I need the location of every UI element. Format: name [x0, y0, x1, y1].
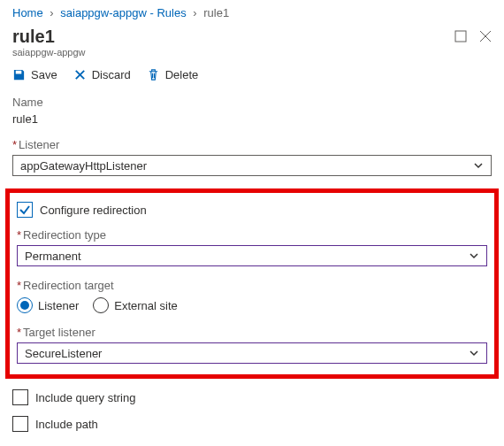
target-listener-label: *Target listener	[17, 326, 487, 339]
redirection-section: Configure redirection *Redirection type …	[5, 188, 499, 379]
redirection-target-listener-radio[interactable]: Listener	[17, 297, 79, 313]
name-value: rule1	[12, 112, 492, 126]
listener-label: *Listener	[12, 138, 492, 151]
radio-icon	[93, 297, 109, 313]
toolbar: Save Discard Delete	[0, 59, 504, 88]
redirection-target-label: *Redirection target	[17, 279, 487, 292]
chevron-down-icon	[469, 250, 479, 261]
redirection-target-external-radio[interactable]: External site	[93, 297, 178, 313]
target-listener-select[interactable]: SecureListener	[17, 342, 487, 364]
radio-icon	[17, 297, 33, 313]
breadcrumb-rules[interactable]: saiappgw-appgw - Rules	[60, 6, 186, 19]
page-title: rule1	[12, 27, 86, 47]
svg-rect-0	[455, 31, 466, 42]
save-icon	[12, 68, 26, 81]
save-button[interactable]: Save	[12, 68, 57, 81]
delete-icon	[147, 68, 160, 81]
breadcrumb-separator: ›	[193, 6, 196, 19]
breadcrumb-separator: ›	[50, 6, 53, 19]
listener-select[interactable]: appGatewayHttpListener	[12, 155, 492, 176]
include-query-string-checkbox[interactable]	[12, 389, 28, 405]
include-query-string-label: Include query string	[35, 391, 135, 404]
include-path-checkbox[interactable]	[12, 416, 28, 432]
delete-button[interactable]: Delete	[147, 68, 199, 81]
discard-button[interactable]: Discard	[73, 68, 131, 81]
restore-icon[interactable]	[454, 30, 467, 42]
chevron-down-icon	[469, 348, 479, 358]
blade-header: rule1 saiappgw-appgw	[0, 23, 504, 59]
redirection-type-value: Permanent	[25, 250, 81, 263]
redirection-type-label: *Redirection type	[17, 228, 487, 242]
listener-select-value: appGatewayHttpListener	[20, 159, 147, 173]
breadcrumb-current: rule1	[203, 6, 229, 19]
breadcrumb-home[interactable]: Home	[12, 6, 43, 19]
redirection-type-select[interactable]: Permanent	[17, 245, 487, 266]
page-subtitle: saiappgw-appgw	[12, 47, 86, 58]
configure-redirection-checkbox[interactable]	[17, 202, 33, 218]
breadcrumb: Home › saiappgw-appgw - Rules › rule1	[0, 0, 504, 23]
include-path-label: Include path	[35, 418, 98, 431]
name-label: Name	[12, 96, 492, 109]
target-listener-value: SecureListener	[25, 347, 102, 360]
discard-icon	[73, 68, 87, 81]
configure-redirection-label: Configure redirection	[40, 204, 147, 217]
redirection-target-radiogroup: Listener External site	[17, 297, 487, 313]
chevron-down-icon	[473, 160, 484, 171]
close-icon[interactable]	[479, 30, 492, 42]
